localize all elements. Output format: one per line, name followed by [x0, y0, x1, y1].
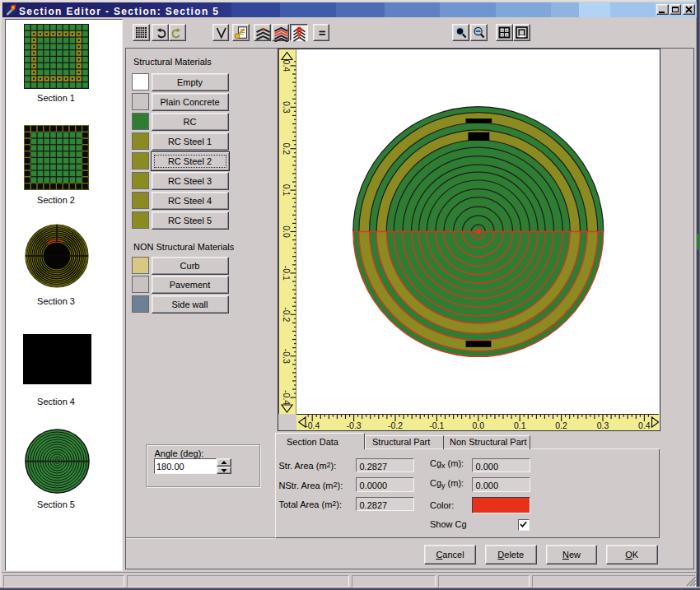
- svg-text:0.0: 0.0: [282, 225, 292, 238]
- svg-text:-0.3: -0.3: [282, 348, 292, 363]
- svg-text:-0.1: -0.1: [282, 265, 292, 280]
- svg-text:-0.4: -0.4: [305, 420, 320, 430]
- svg-text:0.3: 0.3: [282, 100, 292, 113]
- svg-text:-0.4: -0.4: [282, 390, 292, 405]
- svg-text:0.1: 0.1: [282, 184, 292, 196]
- svg-text:-0.1: -0.1: [429, 420, 444, 430]
- svg-text:-0.2: -0.2: [282, 307, 292, 322]
- svg-text:-0.2: -0.2: [388, 420, 403, 430]
- svg-text:0.4: 0.4: [638, 420, 651, 430]
- svg-text:-0.3: -0.3: [347, 420, 362, 430]
- svg-text:0.0: 0.0: [472, 420, 484, 430]
- svg-text:0.2: 0.2: [555, 420, 567, 430]
- svg-text:0.3: 0.3: [597, 420, 609, 430]
- svg-text:0.2: 0.2: [282, 142, 292, 155]
- svg-text:0.4: 0.4: [282, 59, 292, 72]
- svg-text:0.1: 0.1: [514, 420, 526, 430]
